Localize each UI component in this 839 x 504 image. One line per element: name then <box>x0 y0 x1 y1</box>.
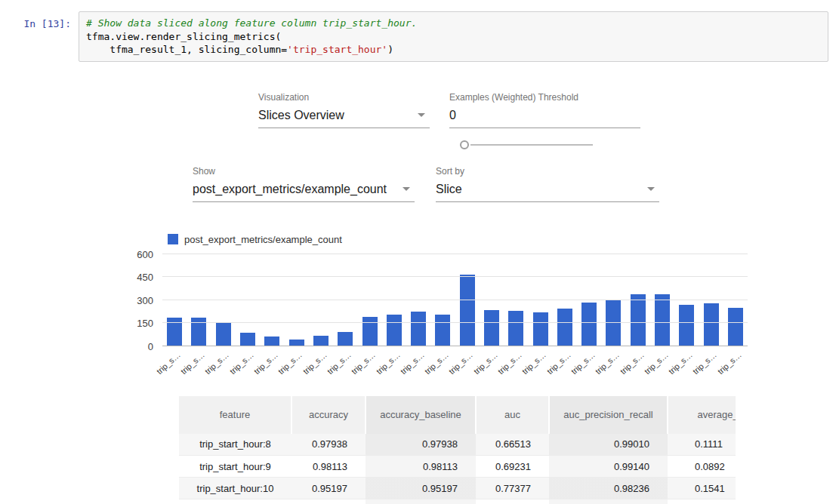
column-header-average_los[interactable]: average_los <box>668 396 736 434</box>
table-row[interactable]: trip_start_hour:10.941800.941800.784220.… <box>179 499 736 504</box>
metrics-table-container: featureaccuracyaccuracy_baselineaucauc_p… <box>179 396 736 504</box>
slider-knob[interactable] <box>460 140 469 149</box>
bar[interactable] <box>484 310 499 346</box>
bar-slot <box>577 254 601 346</box>
show-field: Show post_export_metrics/example_count <box>193 166 415 202</box>
visualization-field: Visualization Slices Overview <box>258 92 430 128</box>
metric-cell: 0.1541 <box>668 478 736 499</box>
code-cell[interactable]: # Show data sliced along feature column … <box>79 11 828 62</box>
chart-legend: post_export_metrics/example_count <box>168 234 839 245</box>
bar[interactable] <box>679 305 694 346</box>
show-dropdown[interactable]: post_export_metrics/example_count <box>193 183 415 202</box>
metric-cell: 0.98113 <box>291 456 366 478</box>
bar-slot <box>626 254 650 346</box>
x-label-slot: trip_s… <box>162 346 187 381</box>
sort-label: Sort by <box>436 166 659 177</box>
x-label-slot: trip_s… <box>382 346 406 381</box>
bar[interactable] <box>387 315 402 346</box>
bar[interactable] <box>655 294 670 346</box>
x-label-slot: trip_s… <box>236 346 260 381</box>
bar-chart: post_export_metrics/example_count 015030… <box>0 234 839 381</box>
feature-cell: trip_start_hour:9 <box>179 456 291 478</box>
bar[interactable] <box>338 332 353 346</box>
bar-slot <box>504 254 528 346</box>
column-header-auc[interactable]: auc <box>476 396 549 434</box>
bar[interactable] <box>460 275 475 346</box>
bar[interactable] <box>411 312 426 346</box>
bar[interactable] <box>728 308 743 346</box>
threshold-label: Examples (Weighted) Threshold <box>449 92 640 103</box>
x-label-slot: trip_s… <box>333 346 357 381</box>
x-label-slot: trip_s… <box>284 346 308 381</box>
x-label-slot: trip_s… <box>723 346 748 381</box>
bar[interactable] <box>557 309 572 346</box>
visualization-dropdown[interactable]: Slices Overview <box>258 109 430 128</box>
y-tick-label: 150 <box>137 318 153 329</box>
metric-cell: 0.95197 <box>291 478 366 499</box>
feature-cell: trip_start_hour:1 <box>179 499 291 504</box>
slider-track[interactable] <box>470 144 593 146</box>
column-header-auc_precision_recall[interactable]: auc_precision_recall <box>549 396 668 434</box>
y-tick-label: 300 <box>137 295 153 306</box>
bar-slot <box>699 254 723 346</box>
code-string: 'trip_start_hour' <box>287 44 387 55</box>
bar-slot <box>455 254 480 346</box>
x-labels: trip_s…trip_s…trip_s…trip_s…trip_s…trip_… <box>162 346 748 381</box>
bar[interactable] <box>631 294 646 346</box>
table-row[interactable]: trip_start_hour:100.951970.951970.773770… <box>179 478 736 499</box>
metric-cell: 0.98113 <box>366 456 476 478</box>
gridline <box>162 322 748 323</box>
bar-slot <box>162 254 187 346</box>
x-label-slot: trip_s… <box>699 346 723 381</box>
threshold-input[interactable] <box>449 109 640 128</box>
column-header-accuracy[interactable]: accuracy <box>291 396 366 434</box>
bar[interactable] <box>533 312 548 346</box>
bar-slot <box>553 254 577 346</box>
feature-cell: trip_start_hour:10 <box>179 478 291 499</box>
bar-slot <box>333 254 357 346</box>
show-label: Show <box>193 166 415 177</box>
x-label-slot: trip_s… <box>650 346 674 381</box>
bar[interactable] <box>240 333 255 346</box>
metric-cell: 0.0892 <box>668 456 736 478</box>
bar-slot <box>187 254 211 346</box>
table-row[interactable]: trip_start_hour:80.979380.979380.665130.… <box>179 434 736 456</box>
column-header-accuracy_baseline[interactable]: accuracy_baseline <box>366 396 476 434</box>
chevron-down-icon <box>418 113 425 117</box>
x-label-slot: trip_s… <box>480 346 504 381</box>
bar[interactable] <box>362 317 378 346</box>
metric-cell: 0.97938 <box>366 434 476 456</box>
bar[interactable] <box>581 303 597 346</box>
metric-cell: 0.1111 <box>668 434 736 456</box>
show-value: post_export_metrics/example_count <box>193 183 387 196</box>
x-label-slot: trip_s… <box>406 346 430 381</box>
x-label-slot: trip_s… <box>309 346 333 381</box>
x-label-slot: trip_s… <box>260 346 284 381</box>
code-text: ) <box>387 44 393 55</box>
metric-cell: 0.95197 <box>366 478 476 499</box>
metric-cell: 0.1901 <box>668 499 736 504</box>
column-header-feature[interactable]: feature <box>179 396 291 434</box>
bar-slot <box>284 254 308 346</box>
code-text: tfma_result_1, slicing_column= <box>86 44 287 55</box>
metric-cell: 0.69231 <box>476 456 549 478</box>
metric-cell: 0.78422 <box>476 499 549 504</box>
bar[interactable] <box>508 311 523 346</box>
y-tick-label: 450 <box>137 272 153 283</box>
feature-cell: trip_start_hour:8 <box>179 434 291 456</box>
metric-cell: 0.77377 <box>476 478 549 499</box>
input-prompt: In [13]: <box>0 11 79 62</box>
sort-dropdown[interactable]: Slice <box>436 183 659 202</box>
x-label-slot: trip_s… <box>455 346 480 381</box>
code-line-1: # Show data sliced along feature column … <box>86 17 821 30</box>
bar-slot <box>211 254 236 346</box>
bar[interactable] <box>704 303 719 346</box>
table-row[interactable]: trip_start_hour:90.981130.981130.692310.… <box>179 456 736 478</box>
bar[interactable] <box>216 323 231 346</box>
bars <box>162 254 748 346</box>
bar[interactable] <box>435 315 450 346</box>
x-label-slot: trip_s… <box>577 346 601 381</box>
bar-slot <box>382 254 406 346</box>
bar-slot <box>723 254 748 346</box>
x-label-slot: trip_s… <box>187 346 211 381</box>
